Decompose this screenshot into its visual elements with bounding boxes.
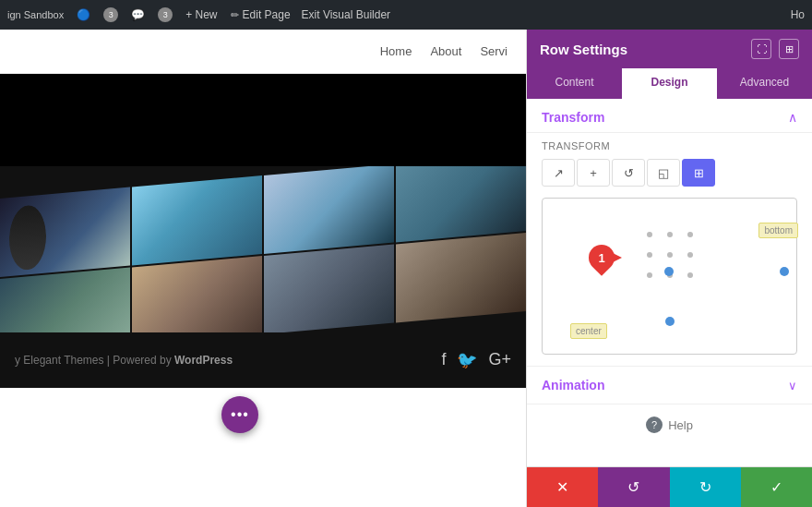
google-plus-icon[interactable]: G+ [488, 350, 511, 370]
ho-label: Ho [791, 8, 805, 21]
edit-page-label: Edit Page [243, 8, 291, 21]
save-button[interactable]: ✓ [741, 467, 812, 507]
dot-4 [647, 252, 652, 258]
footer-left-text: y Elegant Themes | Powered by WordPress [15, 354, 233, 367]
help-button[interactable]: ? Help [646, 416, 693, 433]
rotate-icon: ↺ [624, 166, 634, 180]
transform-btn-origin[interactable]: ⊞ [682, 159, 715, 187]
comment-count-badge: 3 [103, 7, 118, 22]
origin-icon: ⊞ [694, 166, 704, 180]
gallery-grid [0, 166, 526, 332]
main-layout: Home About Servi y Elega [0, 30, 812, 507]
fullscreen-icon[interactable]: ⛶ [751, 39, 771, 59]
dot-1 [647, 232, 652, 237]
fab-button[interactable]: ••• [221, 396, 258, 433]
person-silhouette [9, 204, 46, 272]
page-area: Home About Servi y Elega [0, 30, 526, 507]
panel-header: Row Settings ⛶ ⊞ [527, 30, 812, 68]
save-icon: ✓ [770, 478, 782, 496]
footer-credit: y Elegant Themes | Powered by [15, 354, 172, 367]
cancel-button[interactable]: ✕ [527, 467, 598, 507]
handle-right[interactable] [780, 267, 789, 276]
page-footer: y Elegant Themes | Powered by WordPress … [0, 332, 526, 388]
right-panel: Row Settings ⛶ ⊞ Content Design Advanced… [526, 30, 812, 507]
cancel-icon: ✕ [556, 478, 568, 496]
gallery-cell-7 [264, 245, 394, 332]
pencil-icon: ✏ [231, 9, 239, 21]
transform-toolbar: ↗ + ↺ ◱ ⊞ [527, 155, 812, 194]
gallery-cell-1 [0, 187, 130, 277]
new-button[interactable]: + New [185, 8, 217, 21]
transform-section-header: Transform ∧ [527, 99, 812, 133]
panel-tabs: Content Design Advanced [527, 68, 812, 99]
site-name[interactable]: ign Sandbox [7, 9, 64, 20]
grid-icon[interactable]: ⊞ [779, 39, 799, 59]
skew-icon: ◱ [658, 166, 669, 180]
hero-section [0, 74, 526, 166]
dot-7 [647, 272, 652, 278]
nav-about[interactable]: About [430, 44, 461, 58]
transform-btn-translate[interactable]: + [577, 159, 610, 187]
handle-center[interactable] [664, 267, 674, 276]
page-nav: Home About Servi [0, 30, 526, 74]
admin-bar: ign Sandbox 🔵 3 💬 3 + New ✏ Edit Page Ex… [0, 0, 812, 30]
gallery-cell-4 [396, 166, 526, 242]
scale-icon: ↗ [554, 166, 564, 180]
help-question-icon: ? [646, 416, 663, 433]
transform-label: Transform [527, 133, 812, 155]
gallery-cell-5 [0, 268, 130, 332]
transform-canvas: 1 bottom center [542, 198, 797, 355]
transform-origin-pin[interactable]: 1 [589, 245, 615, 271]
tab-advanced[interactable]: Advanced [717, 68, 812, 99]
dot-9 [687, 272, 693, 278]
nav-home[interactable]: Home [380, 44, 412, 58]
dot-2 [667, 232, 673, 237]
twitter-icon[interactable]: 🐦 [457, 350, 477, 370]
undo-button[interactable]: ↺ [598, 467, 669, 507]
undo-icon: ↺ [627, 478, 639, 496]
animation-section: Animation ∨ [527, 366, 812, 404]
help-section: ? Help [527, 404, 812, 444]
fab-dots-icon: ••• [231, 406, 249, 423]
pin-number: 1 [598, 250, 604, 264]
canvas-label-center: center [570, 323, 607, 339]
gallery-cell-6 [132, 256, 262, 332]
canvas-label-bottom: bottom [758, 223, 798, 238]
chevron-down-icon: ∨ [788, 379, 797, 392]
speech-bubble-icon[interactable]: 💬 [131, 8, 145, 21]
gallery-section [0, 166, 526, 332]
redo-icon: ↻ [699, 478, 711, 496]
dot-6 [687, 252, 693, 258]
tab-content[interactable]: Content [527, 68, 622, 99]
redo-button[interactable]: ↻ [670, 467, 741, 507]
canvas-inner: 1 bottom center [543, 199, 796, 354]
transform-btn-rotate[interactable]: ↺ [612, 159, 645, 187]
gallery-cell-8 [396, 233, 526, 322]
animation-title: Animation [542, 378, 604, 392]
handle-bottom[interactable] [665, 317, 675, 326]
gallery-cell-2 [132, 175, 262, 265]
transform-btn-skew[interactable]: ◱ [647, 159, 680, 187]
edit-page-button[interactable]: ✏ Edit Page [231, 8, 291, 21]
tab-design[interactable]: Design [622, 68, 717, 99]
help-label: Help [668, 418, 693, 432]
bottom-bar: ✕ ↺ ↻ ✓ [527, 466, 812, 507]
panel-content: Transform ∧ Transform ↗ + ↺ ◱ ⊞ [527, 99, 812, 466]
transform-section-title: Transform [542, 110, 604, 125]
panel-header-icons: ⛶ ⊞ [751, 39, 799, 59]
dot-5 [667, 252, 673, 258]
transform-btn-scale[interactable]: ↗ [542, 159, 575, 187]
plus-count-badge: 3 [158, 7, 173, 22]
footer-wordpress: WordPress [174, 354, 233, 367]
gallery-cell-3 [264, 166, 394, 254]
footer-icons: f 🐦 G+ [441, 350, 511, 370]
facebook-icon[interactable]: f [441, 350, 446, 370]
panel-title: Row Settings [540, 42, 627, 57]
nav-services[interactable]: Servi [480, 44, 508, 58]
animation-header[interactable]: Animation ∨ [527, 367, 812, 404]
translate-icon: + [590, 166, 597, 180]
pin-arrow [613, 253, 622, 262]
dot-3 [687, 232, 693, 237]
transform-toggle-icon[interactable]: ∧ [788, 110, 797, 125]
exit-visual-builder-button[interactable]: Exit Visual Builder [302, 8, 391, 21]
